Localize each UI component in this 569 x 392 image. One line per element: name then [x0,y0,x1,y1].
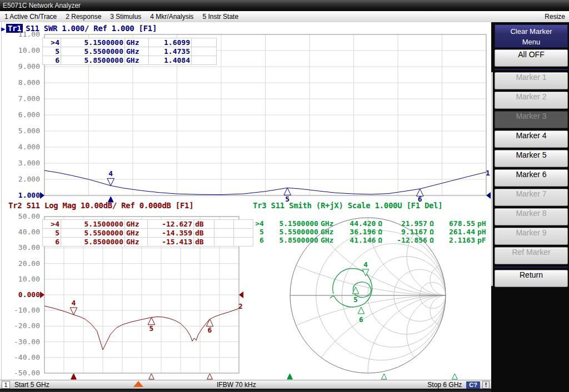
tr3-stimulus-marker-6-icon [452,374,458,379]
marker-value-unit: dB [194,229,214,238]
tr2-stimulus-marker-4-icon [71,374,77,379]
y-axis-tick: -30.00 [2,338,40,346]
resize-control[interactable]: Resize [541,13,569,21]
marker-equivalent-value: 678.55 [439,219,476,228]
tr2-header[interactable]: Tr2 S11 Log Mag 10.00dB/ Ref 0.000dB [F1… [8,201,193,210]
e5071c-window: E5071C Network Analyzer 1 Active Ch/Trac… [0,0,569,392]
y-axis-tick: 1.000 [2,191,40,199]
menu-item-2[interactable]: 2 Response [61,13,106,21]
marker-id: >4 [43,38,61,47]
tr2-stimulus-marker-6-icon [207,374,213,379]
ifbw-readout: IFBW 70 kHz [217,381,256,389]
y-axis-tick: -20.00 [2,321,40,330]
title-bar[interactable]: E5071C Network Analyzer [0,0,569,11]
marker-value: 1.4735 [149,47,192,56]
marker-frequency: 5.1500000 [61,38,125,47]
menu-item-4[interactable]: 4 Mkr/Analysis [146,13,198,21]
marker-id: 6 [250,236,265,244]
marker-resistance: 44.420 [340,219,377,228]
softkey-marker-2: Marker 2 [495,92,568,109]
tr1-ref-pointer-left [40,192,44,199]
softkey-ref-marker: Ref Marker [495,247,568,264]
marker-readout-row: 65.8500000GHz-15.413dB [43,238,253,247]
empty-cell [192,56,217,65]
marker-equivalent-value: 261.44 [439,228,476,236]
marker-frequency: 5.1500000 [265,219,320,228]
marker-readout-row: >45.1500000GHz1.6099 [43,38,217,47]
tr1-trace-number: 1 [486,169,490,177]
tr3-marker-5-number: 5 [353,295,358,304]
marker-equivalent-unit: pH [476,228,491,236]
softkey-marker-4[interactable]: Marker 4 [495,130,568,148]
tr1-header-text: S11 SWR 1.000/ Ref 1.000 [F1] [26,24,157,33]
y-axis-tick: -40.00 [2,353,40,361]
softkey-return[interactable]: Return [495,270,568,287]
marker-equivalent-value: 2.1163 [439,236,476,244]
smith-grid-arc [407,295,485,373]
marker-frequency: 5.5500000 [61,229,125,238]
marker-readout-row: 65.8500000GHz41.146Ω-12.856Ω2.1163pF [250,236,491,244]
y-axis-tick: 3.000 [2,159,40,167]
channel-number-box: 1 [2,381,10,389]
tr1-ref-pointer-right [486,192,491,199]
marker-frequency: 5.8500000 [61,238,125,247]
marker-value: -12.627 [148,220,194,229]
y-axis-tick: 6.000 [2,110,40,119]
marker-id: >4 [250,219,265,228]
smith-grid-arc [57,295,491,380]
softkey-all-off[interactable]: All OFF [495,49,568,67]
tr3-header-text: S11 Smith (R+jX) Scale 1.000U [F1 Del] [271,201,443,210]
y-axis-tick: 10.00 [2,275,40,283]
mouse-cursor-artifact [133,381,143,387]
tr1-marker-4-number: 4 [108,169,113,178]
marker-id: >4 [43,220,61,229]
softkey-separator [495,68,568,70]
softkey-marker-1: Marker 1 [495,72,568,89]
menu-item-3[interactable]: 3 Stimulus [106,13,146,21]
softkey-marker-3[interactable]: Marker 3 [495,111,568,128]
softkey-separator [495,266,568,268]
softkey-scroll-strip[interactable] [491,72,493,286]
empty-cell [192,38,217,47]
tr3-header[interactable]: Tr3 S11 Smith (R+jX) Scale 1.000U [F1 De… [253,201,442,210]
marker-frequency-unit: GHz [125,220,148,229]
marker-resistance: 41.146 [340,236,377,244]
marker-frequency: 5.5500000 [61,47,125,56]
menu-item-5[interactable]: 5 Instr State [198,13,243,21]
tr3-marker-6-icon [358,307,365,314]
marker-frequency-unit: GHz [125,238,148,247]
y-axis-tick: 20.00 [2,259,40,268]
y-axis-tick: -10.00 [2,306,40,314]
marker-value-unit: dB [194,238,214,247]
tr3-marker-6-number: 6 [359,315,363,324]
softkey-marker-8: Marker 8 [495,208,568,225]
marker-readout-row: >45.1500000GHz-12.627dB [43,220,253,229]
start-frequency: Start 5 GHz [14,381,49,389]
marker-id: 5 [43,229,61,238]
tr3-label: Tr3 [253,201,266,210]
marker-resistance-unit: Ω [377,228,387,236]
tr1-marker-4-icon [107,178,114,185]
softkey-marker-7: Marker 7 [495,189,568,206]
tr3-stimulus-marker-4-icon [287,374,293,379]
y-axis-tick: 0.000 [2,290,40,299]
softkey-marker-9: Marker 9 [495,228,568,245]
marker-reactance-unit: Ω [428,228,439,236]
marker-readout-table: >45.1500000GHz44.420Ω21.957Ω678.55pH55.5… [250,219,491,244]
marker-reactance: 21.957 [387,219,428,228]
softkey-marker-6[interactable]: Marker 6 [495,169,568,187]
tr2-marker-5-number: 5 [149,324,154,333]
marker-equivalent-unit: pH [476,219,491,228]
status-bar: 1 Start 5 GHz IFBW 70 kHz Stop 6 GHz C? … [0,380,491,389]
marker-frequency-unit: GHz [125,38,149,47]
marker-value: -14.359 [148,229,194,238]
smith-grid-arc [290,22,491,295]
y-axis-tick: 40.00 [2,228,40,236]
empty-cell [214,238,234,247]
softkey-marker-5[interactable]: Marker 5 [495,150,568,167]
empty-cell [214,220,234,229]
marker-resistance: 36.196 [340,228,377,236]
y-axis-tick: 10.00 [2,46,40,54]
menu-item-1[interactable]: 1 Active Ch/Trace [0,13,61,21]
tr2-header-text: S11 Log Mag 10.00dB/ Ref 0.000dB [F1] [27,201,194,210]
